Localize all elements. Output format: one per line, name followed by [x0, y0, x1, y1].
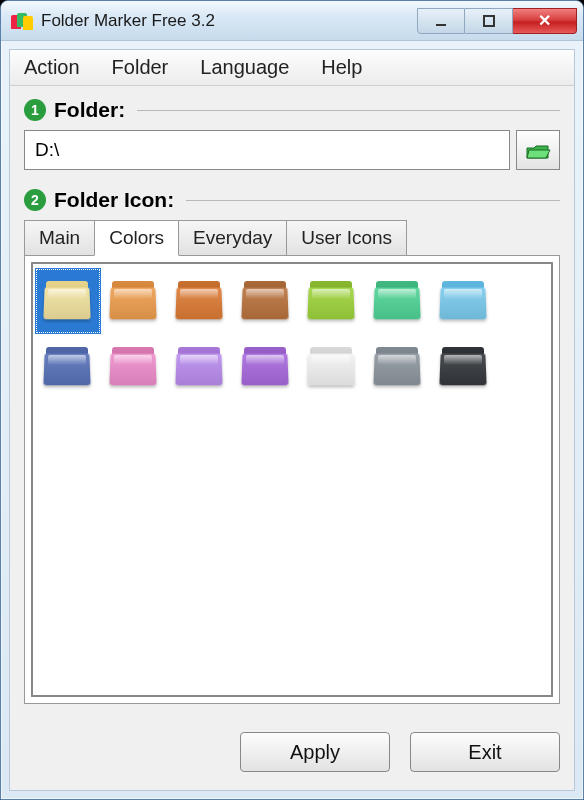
divider [137, 110, 560, 111]
icon-row [35, 334, 549, 400]
minimize-icon [434, 14, 448, 28]
step2-header: 2 Folder Icon: [24, 188, 560, 212]
window-title: Folder Marker Free 3.2 [41, 11, 417, 31]
menu-language[interactable]: Language [200, 56, 289, 79]
step2-badge: 2 [24, 189, 46, 211]
folder-icon-light-blue[interactable] [431, 268, 497, 334]
app-icon [11, 10, 33, 32]
icon-row [35, 268, 549, 334]
path-row [24, 130, 560, 170]
tab-user-icons[interactable]: User Icons [286, 220, 407, 255]
maximize-icon [482, 14, 496, 28]
browse-button[interactable] [516, 130, 560, 170]
client-area: Action Folder Language Help 1 Folder: [9, 49, 575, 791]
apply-button[interactable]: Apply [240, 732, 390, 772]
folder-path-input[interactable] [24, 130, 510, 170]
maximize-button[interactable] [465, 8, 513, 34]
content-area: 1 Folder: 2 Folder Icon: [10, 86, 574, 718]
menu-folder[interactable]: Folder [112, 56, 169, 79]
svg-rect-1 [484, 16, 494, 26]
browse-folder-icon [524, 138, 552, 162]
folder-icon-purple[interactable] [233, 334, 299, 400]
icon-grid [31, 262, 553, 697]
step2-label: Folder Icon: [54, 188, 174, 212]
tab-everyday[interactable]: Everyday [178, 220, 287, 255]
folder-icon-dark-blue[interactable] [35, 334, 101, 400]
folder-icon-orange[interactable] [101, 268, 167, 334]
folder-icon-pink[interactable] [101, 334, 167, 400]
svg-rect-0 [436, 24, 446, 26]
exit-button[interactable]: Exit [410, 732, 560, 772]
titlebar[interactable]: Folder Marker Free 3.2 ✕ [1, 1, 583, 41]
app-window: Folder Marker Free 3.2 ✕ Action Folder L… [0, 0, 584, 800]
folder-icon-gray[interactable] [365, 334, 431, 400]
minimize-button[interactable] [417, 8, 465, 34]
tab-panel-colors [24, 255, 560, 704]
tab-colors[interactable]: Colors [94, 220, 179, 256]
folder-icon-brown[interactable] [233, 268, 299, 334]
menu-help[interactable]: Help [321, 56, 362, 79]
folder-icon-teal[interactable] [365, 268, 431, 334]
folder-icon-violet[interactable] [167, 334, 233, 400]
step1-header: 1 Folder: [24, 98, 560, 122]
step1-badge: 1 [24, 99, 46, 121]
menu-bar: Action Folder Language Help [10, 50, 574, 86]
window-buttons: ✕ [417, 8, 577, 34]
close-icon: ✕ [538, 11, 551, 30]
folder-icon-green[interactable] [299, 268, 365, 334]
close-button[interactable]: ✕ [513, 8, 577, 34]
folder-icon-black[interactable] [431, 334, 497, 400]
folder-icon-dark-orange[interactable] [167, 268, 233, 334]
menu-action[interactable]: Action [24, 56, 80, 79]
divider [186, 200, 560, 201]
tab-strip: Main Colors Everyday User Icons [24, 220, 560, 255]
step1-label: Folder: [54, 98, 125, 122]
folder-icon-yellow[interactable] [35, 268, 101, 334]
tab-main[interactable]: Main [24, 220, 95, 255]
folder-icon-white[interactable] [299, 334, 365, 400]
bottom-buttons: Apply Exit [10, 718, 574, 790]
